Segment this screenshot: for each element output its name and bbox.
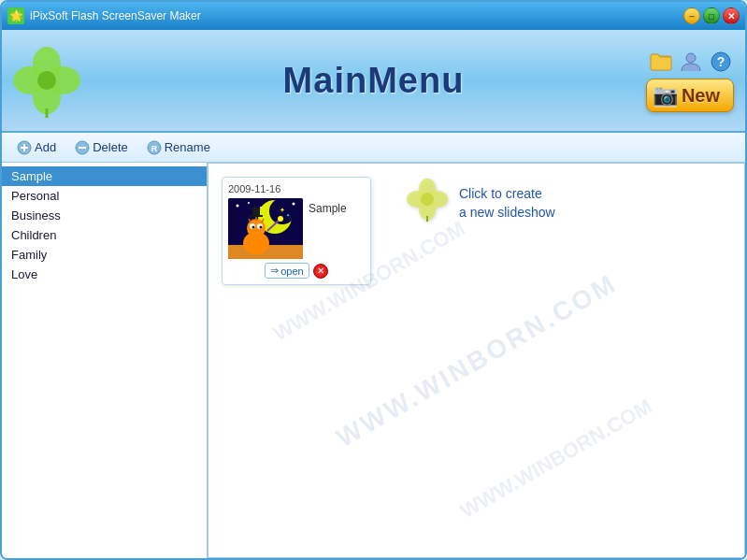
minimize-button[interactable]: – xyxy=(683,7,700,24)
clover-hint-icon xyxy=(405,177,450,230)
add-label: Add xyxy=(35,140,56,154)
delete-button[interactable]: Delete xyxy=(67,138,136,157)
svg-point-22 xyxy=(260,207,262,208)
sidebar-item-business[interactable]: Business xyxy=(2,206,207,225)
sidebar-item-love[interactable]: Love xyxy=(2,265,207,284)
new-button[interactable]: 📷 New xyxy=(646,79,734,112)
svg-point-20 xyxy=(237,205,239,208)
add-icon xyxy=(17,140,32,155)
svg-rect-35 xyxy=(252,208,260,217)
svg-point-7 xyxy=(686,53,696,63)
svg-text:R: R xyxy=(151,144,157,153)
rename-icon: R xyxy=(147,140,162,155)
rename-label: Rename xyxy=(165,140,210,154)
svg-point-21 xyxy=(248,202,250,204)
watermark-1: WWW.WINBORN.COM xyxy=(331,268,622,453)
svg-rect-6 xyxy=(651,56,671,70)
svg-point-44 xyxy=(421,193,434,206)
cards-row: 2009-11-16 xyxy=(222,177,731,285)
new-button-label: New xyxy=(682,85,720,107)
svg-point-4 xyxy=(37,71,56,90)
card-header: 2009-11-16 xyxy=(228,183,365,194)
content-area: Sample Personal Business Children Family… xyxy=(2,163,745,558)
user-icon-button[interactable] xyxy=(678,49,704,75)
sidebar-item-personal[interactable]: Personal xyxy=(2,186,207,206)
card-title: Sample xyxy=(309,202,347,215)
window-title: iPixSoft Flash ScreenSaver Maker xyxy=(30,9,201,22)
header-icons: ? xyxy=(648,49,734,75)
open-label: open xyxy=(280,266,303,277)
main-menu-title: MainMenu xyxy=(283,61,465,101)
card-footer: ⇒ open ✕ xyxy=(228,263,365,279)
delete-icon xyxy=(75,140,90,155)
svg-point-23 xyxy=(293,203,295,206)
card-body: ✦ ✦ Sample xyxy=(228,198,365,259)
svg-point-30 xyxy=(260,226,263,229)
svg-text:?: ? xyxy=(717,54,725,69)
app-icon: 🌟 xyxy=(7,7,24,24)
svg-point-29 xyxy=(252,226,255,229)
sidebar-item-family[interactable]: Family xyxy=(2,245,207,265)
category-list: Sample Personal Business Children Family… xyxy=(2,163,207,288)
camera-icon: 📷 xyxy=(653,83,678,108)
sidebar-item-children[interactable]: Children xyxy=(2,225,207,245)
titlebar: 🌟 iPixSoft Flash ScreenSaver Maker – □ ✕ xyxy=(2,2,745,30)
sidebar: Sample Personal Business Children Family… xyxy=(2,163,208,558)
card-thumbnail: ✦ ✦ xyxy=(228,198,303,259)
main-panel: WWW.WINBORN.COM WWW.WINBORN.COM WWW.WINB… xyxy=(208,163,745,558)
card-date: 2009-11-16 xyxy=(228,183,280,194)
sidebar-item-sample[interactable]: Sample xyxy=(2,166,207,186)
add-button[interactable]: Add xyxy=(9,138,64,157)
close-button[interactable]: ✕ xyxy=(723,7,740,24)
new-hint-text: Click to create a new slideshow xyxy=(459,185,555,222)
svg-point-37 xyxy=(278,216,283,222)
header-right: ? 📷 New xyxy=(646,49,734,112)
open-arrow-icon: ⇒ xyxy=(270,265,279,277)
rename-button[interactable]: R Rename xyxy=(139,138,218,157)
logo-icon xyxy=(9,43,84,118)
help-icon-button[interactable]: ? xyxy=(708,49,734,75)
header: MainMenu ? xyxy=(2,30,745,133)
delete-card-button[interactable]: ✕ xyxy=(313,264,328,279)
svg-text:✦: ✦ xyxy=(286,212,290,218)
new-slideshow-hint[interactable]: Click to create a new slideshow xyxy=(405,177,555,230)
open-button[interactable]: ⇒ open xyxy=(265,263,309,279)
maximize-button[interactable]: □ xyxy=(703,7,720,24)
slideshow-card: 2009-11-16 xyxy=(222,177,371,285)
svg-text:✦: ✦ xyxy=(280,207,285,213)
toolbar: Add Delete R Rename xyxy=(2,133,745,163)
app-window: 🌟 iPixSoft Flash ScreenSaver Maker – □ ✕… xyxy=(0,0,747,560)
window-controls: – □ ✕ xyxy=(683,7,740,24)
folder-icon-button[interactable] xyxy=(648,49,674,75)
delete-label: Delete xyxy=(93,140,128,154)
titlebar-left: 🌟 iPixSoft Flash ScreenSaver Maker xyxy=(7,7,201,24)
watermark-3: WWW.WINBORN.COM xyxy=(456,394,656,524)
